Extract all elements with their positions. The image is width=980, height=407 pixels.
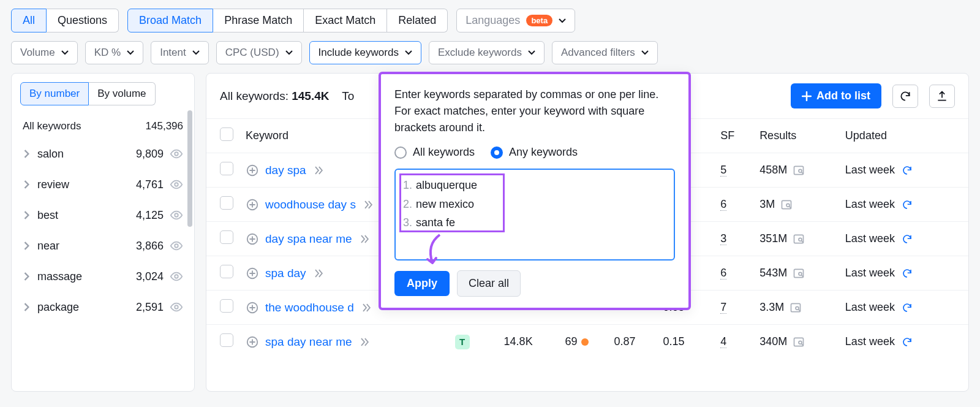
results-value: 340M [760, 335, 787, 348]
keyword-link[interactable]: spa day [265, 267, 306, 280]
row-checkbox[interactable] [220, 230, 233, 244]
refresh-icon[interactable] [902, 337, 913, 348]
eye-icon[interactable] [170, 208, 183, 222]
sf-value[interactable]: 7 [720, 301, 726, 314]
updated-value: Last week [845, 335, 895, 348]
cpc-value: 0.87 [614, 335, 636, 348]
add-to-list-button[interactable]: Add to list [791, 83, 881, 108]
filter-volume[interactable]: Volume [11, 41, 78, 64]
clear-all-button[interactable]: Clear all [457, 270, 521, 297]
sf-value[interactable]: 5 [720, 164, 726, 177]
sf-value[interactable]: 4 [720, 335, 726, 348]
radio-all-keywords[interactable]: All keywords [394, 146, 475, 159]
eye-icon[interactable] [170, 178, 183, 191]
eye-icon[interactable] [170, 300, 183, 314]
plus-circle-icon[interactable] [246, 232, 259, 246]
tab-exact-match[interactable]: Exact Match [304, 9, 387, 32]
refresh-icon[interactable] [902, 234, 913, 245]
keyword-link[interactable]: spa day near me [265, 335, 352, 349]
serp-icon[interactable] [780, 199, 793, 211]
plus-circle-icon[interactable] [246, 335, 259, 349]
serp-icon[interactable] [793, 267, 805, 280]
plus-circle-icon[interactable] [246, 164, 259, 177]
row-checkbox[interactable] [220, 299, 233, 313]
sidebar-item[interactable]: package 2,591 [20, 292, 186, 322]
eye-icon[interactable] [170, 239, 183, 253]
serp-icon[interactable] [790, 302, 802, 314]
keyword-link[interactable]: woodhouse day s [265, 198, 356, 211]
col-results[interactable]: Results [753, 119, 839, 153]
sidebar-item-count: 4,761 [136, 178, 164, 191]
row-checkbox[interactable] [220, 333, 233, 347]
keyword-link[interactable]: day spa near me [265, 232, 352, 246]
serp-icon[interactable] [793, 233, 805, 245]
sidebar-item-count: 4,125 [136, 209, 164, 222]
tab-broad-match[interactable]: Broad Match [127, 9, 213, 32]
filter-kd[interactable]: KD % [85, 41, 143, 64]
filter-include-label: Include keywords [318, 47, 399, 59]
sidebar-item[interactable]: near 3,866 [20, 230, 186, 261]
serp-icon[interactable] [793, 164, 805, 177]
refresh-icon[interactable] [902, 268, 913, 279]
sidebar-item[interactable]: review 4,761 [20, 169, 186, 200]
col-sf[interactable]: SF [714, 119, 753, 153]
sf-value[interactable]: 6 [720, 198, 726, 211]
sidebar-item[interactable]: massage 3,024 [20, 261, 186, 292]
double-chevron-icon[interactable] [312, 267, 325, 280]
filter-cpc[interactable]: CPC (USD) [216, 41, 302, 64]
row-checkbox[interactable] [220, 265, 233, 278]
keywords-textarea[interactable]: 1.albuquerque2.new mexico3.santa fe [394, 169, 675, 261]
eye-icon[interactable] [170, 270, 183, 283]
filter-exclude-keywords[interactable]: Exclude keywords [429, 41, 545, 64]
chevron-down-icon [285, 49, 293, 56]
sidebar-item[interactable]: salon 9,809 [20, 139, 186, 169]
chevron-down-icon [192, 49, 200, 56]
sidebar-item-term: near [37, 240, 130, 253]
kd-dot-icon [581, 338, 589, 346]
double-chevron-icon[interactable] [358, 336, 371, 348]
refresh-button[interactable] [892, 85, 918, 108]
sidebar-scrollbar[interactable] [187, 110, 192, 227]
filter-volume-label: Volume [20, 47, 55, 59]
sf-value[interactable]: 6 [720, 267, 726, 280]
filter-cpc-label: CPC (USD) [225, 47, 279, 59]
col-updated[interactable]: Updated [839, 119, 968, 153]
sidebar-item[interactable]: best 4,125 [20, 200, 186, 230]
apply-button[interactable]: Apply [394, 271, 450, 296]
sidebar-tab-by-volume[interactable]: By volume [89, 82, 155, 105]
double-chevron-icon[interactable] [312, 164, 325, 177]
plus-circle-icon[interactable] [246, 267, 259, 280]
sidebar-tab-by-number[interactable]: By number [20, 82, 89, 105]
sidebar-item-term: massage [37, 270, 130, 283]
tab-all[interactable]: All [11, 9, 47, 32]
refresh-icon[interactable] [902, 199, 913, 210]
tab-phrase-match[interactable]: Phrase Match [213, 9, 304, 32]
languages-dropdown[interactable]: Languages beta [456, 9, 575, 32]
double-chevron-icon[interactable] [362, 199, 374, 211]
sf-value[interactable]: 3 [720, 232, 726, 245]
serp-icon[interactable] [793, 336, 805, 348]
export-button[interactable] [929, 85, 955, 108]
radio-any-keywords[interactable]: Any keywords [491, 146, 578, 159]
keyword-link[interactable]: the woodhouse d [265, 301, 354, 314]
chevron-down-icon [559, 17, 566, 25]
filter-intent[interactable]: Intent [151, 41, 209, 64]
refresh-icon[interactable] [902, 302, 913, 313]
double-chevron-icon[interactable] [358, 233, 371, 245]
plus-circle-icon[interactable] [246, 301, 259, 314]
svg-point-11 [786, 204, 790, 207]
plus-circle-icon[interactable] [246, 198, 259, 211]
refresh-icon[interactable] [902, 165, 913, 176]
row-checkbox[interactable] [220, 162, 233, 175]
double-chevron-icon[interactable] [360, 302, 372, 314]
select-all-checkbox[interactable] [220, 127, 233, 141]
keyword-link[interactable]: day spa [265, 164, 306, 177]
eye-icon[interactable] [170, 147, 183, 161]
tab-related[interactable]: Related [387, 9, 448, 32]
radio-any-label: Any keywords [509, 146, 578, 159]
filter-advanced[interactable]: Advanced filters [552, 41, 658, 64]
tab-questions[interactable]: Questions [47, 9, 119, 32]
row-checkbox[interactable] [220, 196, 233, 210]
filter-include-keywords[interactable]: Include keywords [309, 41, 421, 64]
keyword-line: 3.santa fe [403, 213, 666, 232]
